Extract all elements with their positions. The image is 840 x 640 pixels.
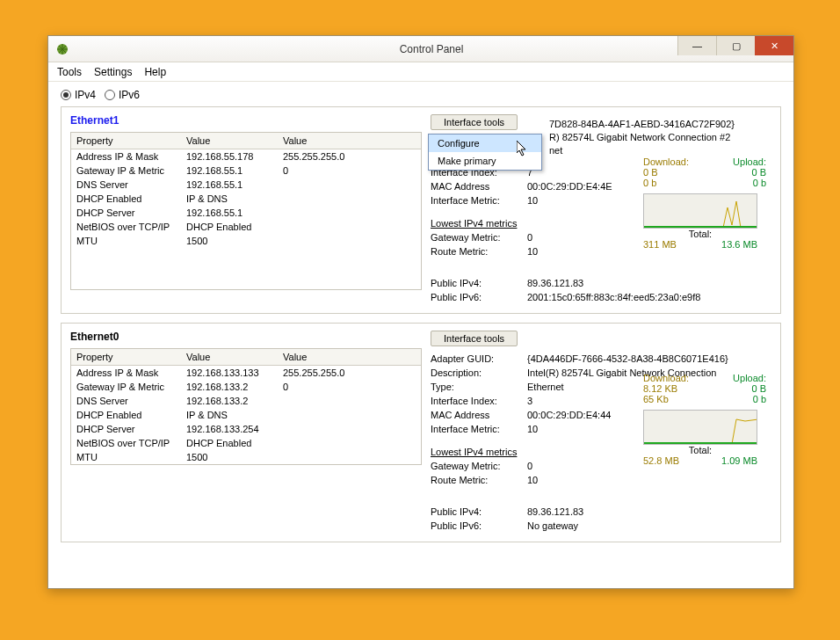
total-upload: 1.09 MB [721,455,757,466]
public-v4-value: 89.36.121.83 [527,276,771,290]
menu-settings[interactable]: Settings [94,66,132,78]
cell-property: DHCP Enabled [71,192,181,206]
cell-value2 [278,422,421,436]
cell-value1: 192.168.55.1 [181,178,278,192]
adapter-guid-value: {4DA446DF-7666-4532-8A38-4B8C6071E416} [527,352,771,366]
download-value: 0 B [643,167,658,178]
label-iface-index: Interface Index: [431,394,527,408]
dropdown-item-make-primary[interactable]: Make primary [429,152,541,170]
label-public-v6: Public IPv6: [431,290,527,304]
cell-property: MTU [71,234,181,248]
cell-value2 [278,178,421,192]
menu-help[interactable]: Help [144,66,166,78]
grid-row: DNS Server192.168.55.1 [71,178,421,192]
grid-body: Address IP & Mask192.168.133.133255.255.… [71,366,421,464]
panel-left: Ethernet0 Property Value Value Address I… [70,331,422,533]
label-route-metric: Route Metric: [431,244,527,258]
interface-tools-dropdown: Configure Make primary [428,134,542,171]
grid-row: MTU1500 [71,450,421,464]
label-lowest-metrics: Lowest IPv4 metrics [431,216,527,230]
panel-right: Interface tools Adapter GUID:{4DA446DF-7… [431,331,771,533]
cell-value2 [278,220,421,234]
cell-property: Gateway IP & Metric [71,164,181,178]
bandwidth-stats: Download: Upload: 0 B 0 B 0 b 0 b [643,156,766,250]
content-area: IPv4 IPv6 Ethernet1 Property Value Value… [48,82,793,588]
minimize-button[interactable]: — [677,36,716,55]
cell-value2 [278,192,421,206]
col-property: Property [71,349,181,365]
grid-row: Gateway IP & Metric192.168.133.20 [71,380,421,394]
grid-row: DNS Server192.168.133.2 [71,394,421,408]
public-v6-value: No gateway [527,519,771,533]
cell-value2 [278,408,421,422]
cell-value1: 192.168.133.2 [181,394,278,408]
cell-property: DHCP Enabled [71,408,181,422]
grid-row: NetBIOS over TCP/IPDHCP Enabled [71,436,421,450]
cell-value2 [278,234,421,248]
property-grid: Property Value Value Address IP & Mask19… [70,348,422,465]
label-iface-metric: Interface Metric: [431,193,527,207]
close-button[interactable]: ✕ [755,36,793,55]
label-download: Download: [643,156,689,167]
property-grid: Property Value Value Address IP & Mask19… [70,132,422,290]
download-rate: 0 b [643,178,656,188]
bandwidth-graph [643,193,757,229]
cell-value2 [278,394,421,408]
cell-value1: 192.168.55.1 [181,164,278,178]
interface-name: Ethernet1 [70,114,422,127]
cell-value1: IP & DNS [181,408,278,422]
cell-value1: 192.168.133.133 [181,366,278,380]
radio-dot-icon [61,90,71,100]
interface-tools-button[interactable]: Interface tools [431,114,518,130]
description-value: R) 82574L Gigabit Network Connection #2 [549,131,735,144]
titlebar: Control Panel — ▢ ✕ [48,36,793,62]
cell-value1: IP & DNS [181,192,278,206]
total-upload: 13.6 MB [721,239,757,250]
public-v4-value: 89.36.121.83 [527,505,771,519]
public-v6-value: 2001:15c0:65ff:883c:84f:eed5:23a0:e9f8 [527,290,771,304]
label-adapter-guid: Adapter GUID: [431,352,527,366]
upload-value: 0 B [751,383,766,394]
maximize-button[interactable]: ▢ [716,36,755,55]
label-total: Total: [643,229,757,239]
radio-ipv6[interactable]: IPv6 [105,89,140,101]
cell-value2 [278,436,421,450]
label-type: Type: [431,380,527,394]
cell-property: DHCP Server [71,422,181,436]
radio-ipv4[interactable]: IPv4 [61,89,96,101]
cell-value1: 192.168.55.178 [181,149,278,164]
type-value-tail: net [549,144,735,157]
label-gw-metric: Gateway Metric: [431,459,527,473]
label-mac: MAC Address [431,179,527,193]
grid-row: Address IP & Mask192.168.55.178255.255.2… [71,149,421,164]
grid-row: NetBIOS over TCP/IPDHCP Enabled [71,220,421,234]
app-window: Control Panel — ▢ ✕ Tools Settings Help … [47,35,794,589]
adapter-guid-value: 7D828-84BA-4AF1-AEBD-3416AC72F902} [549,118,735,131]
upload-value: 0 B [751,167,766,178]
dropdown-item-configure[interactable]: Configure [429,135,541,152]
menu-tools[interactable]: Tools [57,66,82,78]
label-mac: MAC Address [431,408,527,422]
grid-header: Property Value Value [71,349,421,366]
cell-value1: 192.168.55.1 [181,206,278,220]
cell-property: DHCP Server [71,206,181,220]
cell-property: NetBIOS over TCP/IP [71,220,181,234]
download-value: 8.12 KB [643,383,677,394]
col-value2: Value [278,133,421,149]
label-iface-metric: Interface Metric: [431,422,527,436]
cell-value2 [278,206,421,220]
cell-value1: DHCP Enabled [181,436,278,450]
radio-dot-icon [105,90,115,100]
panel-right: Interface tools Configure Make primary 7… [431,114,771,304]
route-metric-value: 10 [527,473,771,487]
panel-left: Ethernet1 Property Value Value Address I… [70,114,422,304]
cell-value1: DHCP Enabled [181,220,278,234]
label-public-v4: Public IPv4: [431,276,527,290]
grid-row: DHCP EnabledIP & DNS [71,192,421,206]
cell-value2 [278,450,421,464]
upload-rate: 0 b [753,178,766,188]
label-lowest-metrics: Lowest IPv4 metrics [431,445,527,459]
label-upload: Upload: [733,156,766,167]
label-download: Download: [643,373,689,383]
interface-tools-button[interactable]: Interface tools [431,331,518,346]
